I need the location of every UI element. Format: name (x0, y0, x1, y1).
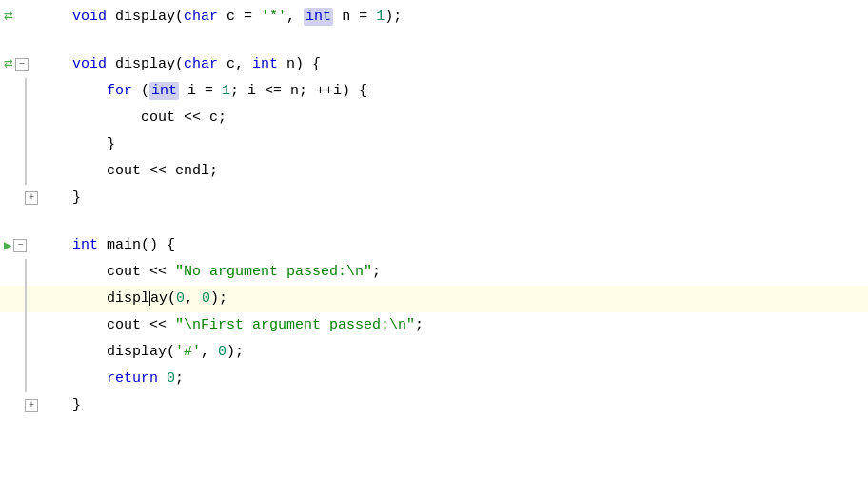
gutter-14 (0, 339, 65, 366)
code-line-4: for (int i = 1; i <= n; ++i) { (0, 78, 868, 105)
code-text-6: } (65, 132, 115, 157)
gutter-10: ▶ − (0, 235, 65, 256)
fold-icon-8[interactable]: + (25, 191, 38, 205)
code-line-16: + } (0, 392, 868, 419)
code-line-14: display('#', 0); (0, 339, 868, 366)
gutter-12 (0, 286, 65, 312)
code-text-1: void display(char c = '*', int n = 1); (65, 5, 402, 30)
gutter-5 (0, 105, 65, 131)
code-text-11: cout << "No argument passed:\n"; (65, 260, 381, 285)
code-line-11: cout << "No argument passed:\n"; (0, 259, 868, 286)
code-editor: ⇄ void display(char c = '*', int n = 1);… (0, 0, 868, 499)
code-area: ⇄ void display(char c = '*', int n = 1);… (0, 0, 868, 499)
code-line-5: cout << c; (0, 105, 868, 131)
gutter-1: ⇄ (0, 5, 65, 30)
code-line-7: cout << endl; (0, 158, 868, 185)
gutter-16: + (0, 399, 65, 412)
gutter-13 (0, 312, 65, 339)
code-text-12: display(0, 0); (65, 287, 227, 311)
code-text-5: cout << c; (65, 106, 227, 130)
swap-arrow-icon-1[interactable]: ⇄ (4, 5, 13, 30)
gutter-3: ⇄ − (0, 52, 65, 77)
code-text-16: } (65, 393, 81, 418)
play-arrow-icon-10[interactable]: ▶ (4, 235, 11, 256)
code-text-13: cout << "\nFirst argument passed:\n"; (65, 313, 424, 338)
code-line-1: ⇄ void display(char c = '*', int n = 1); (0, 4, 868, 30)
gutter-7 (0, 158, 65, 185)
code-text-14: display('#', 0); (65, 340, 244, 365)
code-line-15: return 0; (0, 366, 868, 392)
gutter-4 (0, 78, 65, 105)
code-line-blank-1 (0, 30, 868, 51)
code-line-12: display(0, 0); (0, 286, 868, 312)
code-text-10: int main() { (65, 233, 175, 258)
fold-icon-10[interactable]: − (13, 239, 27, 252)
code-text-3: void display(char c, int n) { (65, 52, 321, 77)
code-line-6: } (0, 131, 868, 158)
code-line-3: ⇄ − void display(char c, int n) { (0, 51, 868, 78)
gutter-11 (0, 259, 65, 286)
code-line-10: ▶ − int main() { (0, 232, 868, 259)
code-line-blank-2 (0, 211, 868, 232)
gutter-6 (0, 131, 65, 158)
code-text-4: for (int i = 1; i <= n; ++i) { (65, 79, 367, 104)
fold-icon-16[interactable]: + (25, 399, 38, 412)
code-text-15: return 0; (65, 367, 184, 391)
gutter-15 (0, 366, 65, 392)
code-text-8: } (65, 186, 81, 210)
fold-icon-3[interactable]: − (15, 58, 29, 71)
code-line-13: cout << "\nFirst argument passed:\n"; (0, 312, 868, 339)
swap-arrow-icon-3[interactable]: ⇄ (4, 52, 13, 77)
gutter-8: + (0, 191, 65, 205)
code-text-7: cout << endl; (65, 159, 218, 184)
code-line-8: + } (0, 185, 868, 211)
